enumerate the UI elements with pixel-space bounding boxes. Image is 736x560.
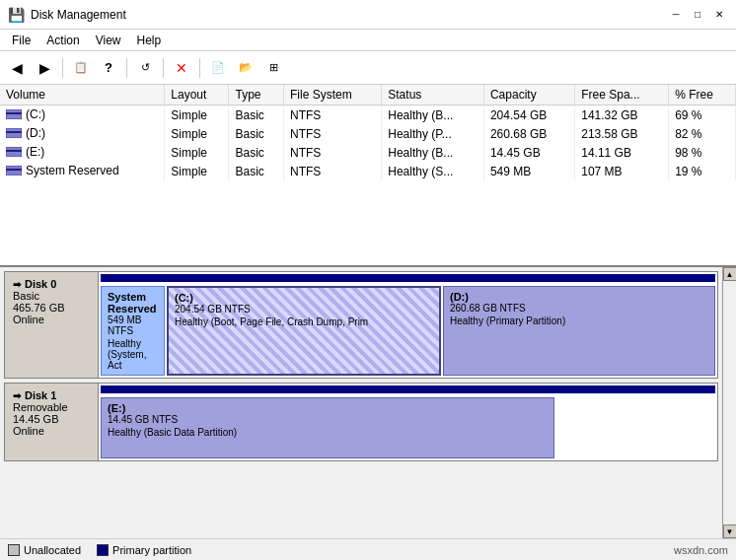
- disk-row-0: ➡ Disk 0 Basic 465.76 GB Online System R…: [4, 271, 718, 379]
- cell-free: 141.32 GB: [575, 105, 669, 125]
- svg-rect-1: [6, 112, 22, 114]
- cell-layout: Simple: [165, 124, 229, 143]
- volume-table: Volume Layout Type File System Status Ca…: [0, 85, 736, 180]
- toolbar-separator-1: [62, 58, 63, 78]
- menu-view[interactable]: View: [88, 32, 129, 49]
- primary-color-box: [97, 544, 109, 556]
- partition-status: Healthy (Primary Partition): [450, 315, 708, 326]
- svg-rect-5: [6, 150, 22, 152]
- main-area: Volume Layout Type File System Status Ca…: [0, 85, 736, 538]
- disk-parts-row: System Reserved 549 MB NTFS Healthy (Sys…: [99, 284, 717, 378]
- cell-pct: 82 %: [669, 124, 736, 143]
- disk-arrow-icon: ➡: [13, 390, 21, 401]
- scroll-down-button[interactable]: ▼: [723, 525, 737, 538]
- table-header-row: Volume Layout Type File System Status Ca…: [0, 85, 736, 105]
- cell-volume: (D:): [0, 124, 165, 143]
- cell-filesystem: NTFS: [284, 124, 382, 143]
- cell-status: Healthy (B...: [382, 143, 484, 162]
- properties-button[interactable]: 📋: [68, 55, 94, 81]
- disk-bar-top: [101, 385, 715, 393]
- cell-type: Basic: [229, 124, 284, 143]
- toolbar: ◀ ▶ 📋 ? ↺ ✕ 📄 📂 ⊞: [0, 51, 736, 85]
- disk-size: 14.45 GB: [13, 413, 90, 425]
- rescan-button[interactable]: ↺: [132, 55, 158, 81]
- forward-button[interactable]: ▶: [32, 55, 57, 81]
- col-filesystem: File System: [284, 85, 382, 105]
- cell-volume: (C:): [0, 105, 165, 125]
- back-button[interactable]: ◀: [4, 55, 30, 81]
- help-button[interactable]: ?: [96, 55, 121, 81]
- cell-status: Healthy (P...: [382, 124, 484, 143]
- cell-status: Healthy (S...: [382, 162, 484, 180]
- cell-filesystem: NTFS: [284, 162, 382, 180]
- cell-capacity: 260.68 GB: [483, 124, 574, 143]
- menu-action[interactable]: Action: [38, 32, 87, 49]
- toolbar-separator-4: [199, 58, 200, 78]
- title-bar: 💾 Disk Management ─ □ ✕: [0, 0, 736, 30]
- scroll-track: [723, 281, 736, 525]
- disk-type: Basic: [13, 290, 90, 302]
- table-row[interactable]: (C:)SimpleBasicNTFSHealthy (B...204.54 G…: [0, 105, 736, 125]
- new-button[interactable]: 📄: [205, 55, 231, 81]
- col-capacity: Capacity: [483, 85, 574, 105]
- disk-state: Online: [13, 314, 90, 325]
- window-title: Disk Management: [31, 8, 126, 22]
- disk-type: Removable: [13, 401, 90, 413]
- minimize-button[interactable]: ─: [667, 6, 685, 24]
- table-row[interactable]: (D:)SimpleBasicNTFSHealthy (P...260.68 G…: [0, 124, 736, 143]
- vertical-scrollbar[interactable]: ▲ ▼: [722, 267, 736, 538]
- legend-primary: Primary partition: [97, 544, 191, 556]
- unallocated-color-box: [8, 544, 20, 556]
- partition-0-0[interactable]: System Reserved 549 MB NTFS Healthy (Sys…: [101, 286, 165, 376]
- cell-capacity: 204.54 GB: [483, 105, 574, 125]
- partition-0-2[interactable]: (D:) 260.68 GB NTFS Healthy (Primary Par…: [443, 286, 715, 376]
- legend-unallocated: Unallocated: [8, 544, 81, 556]
- watermark: wsxdn.com: [674, 544, 728, 556]
- primary-label: Primary partition: [112, 544, 191, 556]
- col-volume: Volume: [0, 85, 165, 105]
- partition-status: Healthy (System, Act: [108, 338, 158, 371]
- disk-partitions-0: System Reserved 549 MB NTFS Healthy (Sys…: [99, 272, 717, 378]
- cell-layout: Simple: [165, 105, 229, 125]
- partition-0-1[interactable]: (C:) 204.54 GB NTFS Healthy (Boot, Page …: [167, 286, 441, 376]
- col-layout: Layout: [165, 85, 229, 105]
- partition-status: Healthy (Boot, Page File, Crash Dump, Pr…: [175, 316, 433, 327]
- delete-button[interactable]: ✕: [169, 55, 194, 81]
- app-icon: 💾: [8, 7, 25, 23]
- ext-button[interactable]: ⊞: [260, 55, 286, 81]
- disk-name: ➡ Disk 0: [13, 278, 90, 290]
- menu-file[interactable]: File: [4, 32, 38, 49]
- table-row[interactable]: (E:)SimpleBasicNTFSHealthy (B...14.45 GB…: [0, 143, 736, 162]
- volume-table-section: Volume Layout Type File System Status Ca…: [0, 85, 736, 267]
- cell-status: Healthy (B...: [382, 105, 484, 125]
- partition-status: Healthy (Basic Data Partition): [108, 427, 548, 438]
- disk-state: Online: [13, 425, 90, 437]
- cell-volume: System Reserved: [0, 162, 165, 180]
- svg-rect-7: [6, 169, 22, 171]
- cell-type: Basic: [229, 105, 284, 125]
- menu-help[interactable]: Help: [129, 32, 170, 49]
- disk-arrow-icon: ➡: [13, 279, 21, 290]
- col-status: Status: [382, 85, 484, 105]
- scroll-up-button[interactable]: ▲: [723, 267, 737, 281]
- partition-size: 14.45 GB NTFS: [108, 414, 548, 425]
- disk-bar-top: [101, 274, 715, 282]
- partition-label: (D:): [450, 291, 708, 303]
- cell-capacity: 14.45 GB: [483, 143, 574, 162]
- folder-button[interactable]: 📂: [233, 55, 258, 81]
- toolbar-separator-2: [126, 58, 127, 78]
- table-row[interactable]: System ReservedSimpleBasicNTFSHealthy (S…: [0, 162, 736, 180]
- cell-free: 107 MB: [575, 162, 669, 180]
- menu-bar: File Action View Help: [0, 30, 736, 51]
- col-pct: % Free: [669, 85, 736, 105]
- unallocated-label: Unallocated: [24, 544, 81, 556]
- col-free: Free Spa...: [575, 85, 669, 105]
- col-type: Type: [229, 85, 284, 105]
- partition-label: (C:): [175, 292, 433, 304]
- cell-free: 14.11 GB: [575, 143, 669, 162]
- maximize-button[interactable]: □: [689, 6, 706, 24]
- disk-size: 465.76 GB: [13, 302, 90, 314]
- cell-layout: Simple: [165, 162, 229, 180]
- partition-1-0[interactable]: (E:) 14.45 GB NTFS Healthy (Basic Data P…: [101, 397, 554, 458]
- close-button[interactable]: ✕: [710, 6, 728, 24]
